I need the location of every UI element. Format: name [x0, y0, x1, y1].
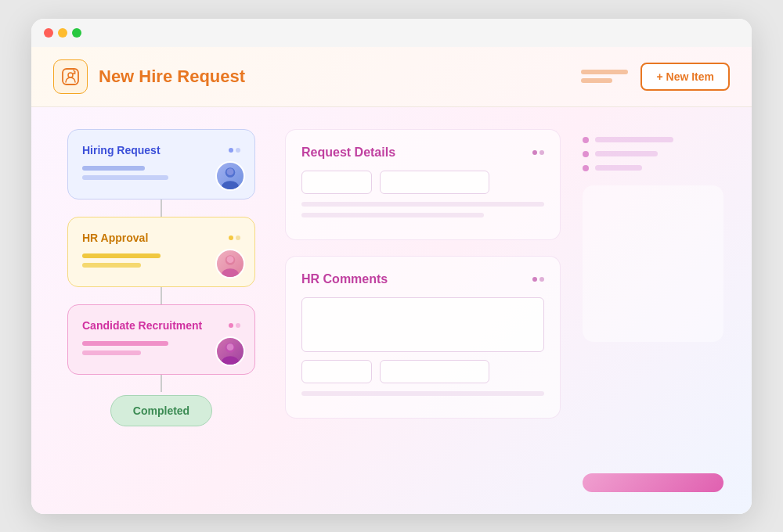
- close-button[interactable]: [44, 28, 53, 38]
- content-line-2: [82, 175, 168, 180]
- dot-2: [236, 323, 240, 328]
- comments-textarea[interactable]: [301, 297, 544, 352]
- section-header: HR Comments: [301, 272, 544, 286]
- list-dot-2: [583, 151, 589, 157]
- hr-approval-card[interactable]: HR Approval: [67, 217, 255, 287]
- candidate-avatar: [215, 336, 245, 366]
- input-field-2[interactable]: [380, 171, 489, 194]
- card-menu-dots[interactable]: [229, 323, 240, 328]
- completed-badge: Completed: [110, 395, 212, 426]
- card-header: HR Approval: [82, 232, 240, 244]
- request-details-title: Request Details: [301, 146, 395, 160]
- workflow-column: Hiring Request: [60, 129, 263, 492]
- candidate-recruitment-title: Candidate Recruitment: [82, 319, 202, 332]
- list-bar-2: [595, 151, 658, 156]
- app-window: New Hire Request + New Item Hiring Reque…: [31, 19, 752, 514]
- right-list-item-2: [583, 151, 723, 157]
- card-menu-dots[interactable]: [229, 148, 240, 153]
- app-icon: [53, 59, 88, 94]
- right-list-item-3: [583, 165, 723, 171]
- title-bar: [31, 19, 752, 47]
- header-decoration: [581, 70, 628, 83]
- list-dot-3: [583, 165, 589, 171]
- header-line-2: [581, 78, 612, 83]
- detail-line-3: [301, 391, 544, 396]
- sdot-2: [539, 150, 544, 155]
- content-line-1: [82, 341, 168, 346]
- content-line-2: [82, 350, 141, 355]
- list-bar-1: [595, 137, 673, 142]
- hr-comments-section: HR Comments: [285, 256, 561, 419]
- sdot-1: [532, 150, 537, 155]
- svg-point-6: [222, 268, 238, 277]
- input-field-4[interactable]: [380, 360, 489, 383]
- detail-line-1: [301, 202, 544, 207]
- details-column: Request Details HR Comments: [285, 129, 561, 492]
- detail-line-2: [301, 213, 484, 217]
- dot-2: [236, 148, 240, 153]
- header-line-1: [581, 70, 628, 74]
- svg-point-1: [68, 73, 73, 77]
- completed-label: Completed: [133, 404, 189, 417]
- content-line-2: [82, 263, 141, 268]
- connector-1: [161, 200, 162, 217]
- dot-1: [229, 235, 233, 240]
- card-menu-dots[interactable]: [229, 235, 240, 240]
- spacer: [583, 350, 723, 466]
- sdot-2: [539, 277, 544, 282]
- page-title: New Hire Request: [99, 66, 245, 87]
- hiring-request-title: Hiring Request: [82, 144, 161, 156]
- section-dots[interactable]: [532, 150, 544, 155]
- hire-icon: [60, 66, 81, 87]
- list-bar-3: [595, 165, 642, 171]
- request-details-section: Request Details: [285, 129, 561, 240]
- action-button[interactable]: [583, 473, 723, 492]
- avatar-image: [217, 250, 244, 277]
- dot-2: [236, 235, 240, 240]
- list-dot-1: [583, 137, 589, 143]
- input-field-3[interactable]: [301, 360, 372, 383]
- dot-1: [229, 148, 233, 153]
- dot-1: [229, 323, 233, 328]
- section-header: Request Details: [301, 146, 544, 160]
- connector-3: [161, 375, 162, 392]
- header-left: New Hire Request: [53, 59, 245, 94]
- svg-point-9: [222, 356, 238, 365]
- svg-point-4: [227, 168, 234, 175]
- card-header: Hiring Request: [82, 144, 240, 156]
- main-content: Hiring Request: [31, 107, 752, 514]
- input-field-1[interactable]: [301, 171, 372, 194]
- minimize-button[interactable]: [58, 28, 67, 38]
- candidate-recruitment-card[interactable]: Candidate Recruitment: [67, 304, 255, 375]
- section-dots[interactable]: [532, 277, 544, 282]
- card-header: Candidate Recruitment: [82, 319, 240, 332]
- right-column: [583, 129, 723, 492]
- svg-point-7: [227, 256, 234, 263]
- sdot-1: [532, 277, 537, 282]
- header-right: + New Item: [581, 63, 730, 91]
- new-item-button[interactable]: + New Item: [640, 63, 730, 91]
- avatar-image: [217, 338, 244, 365]
- hr-avatar: [215, 249, 245, 279]
- content-line-1: [82, 166, 145, 171]
- header: New Hire Request + New Item: [31, 47, 752, 107]
- input-row-1: [301, 171, 544, 194]
- connector-2: [161, 287, 162, 304]
- svg-point-3: [222, 181, 238, 189]
- hiring-request-card[interactable]: Hiring Request: [67, 129, 255, 200]
- hr-approval-title: HR Approval: [82, 232, 148, 244]
- right-placeholder: [583, 185, 723, 342]
- input-row-2: [301, 360, 544, 383]
- svg-rect-0: [63, 69, 78, 84]
- fullscreen-button[interactable]: [72, 28, 81, 38]
- hiring-avatar: [215, 161, 245, 191]
- traffic-lights: [44, 28, 81, 38]
- right-list-item-1: [583, 137, 723, 143]
- svg-point-10: [227, 343, 234, 350]
- avatar-image: [217, 163, 244, 189]
- hr-comments-title: HR Comments: [301, 272, 388, 286]
- content-line-1: [82, 253, 161, 258]
